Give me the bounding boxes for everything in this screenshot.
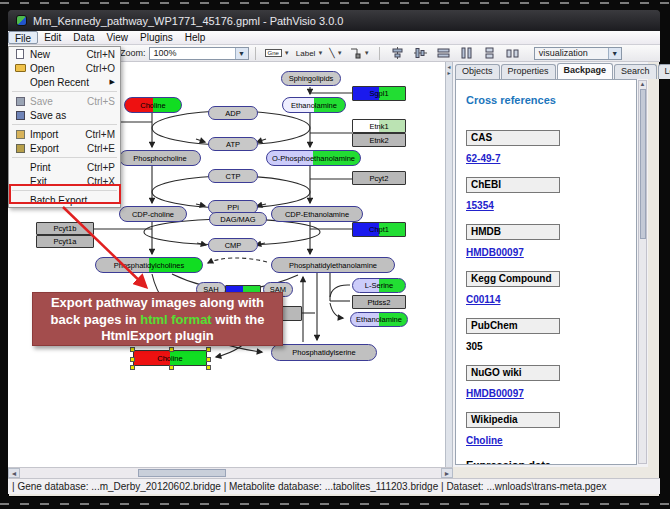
node-phosphatidylcholines[interactable]: Phosphatidylcholines: [95, 257, 203, 273]
menu-bar: FileEditDataViewPluginsHelp: [8, 31, 660, 45]
node-phosphocholine[interactable]: Phosphocholine: [119, 150, 201, 166]
node-ethanolamine-bottom[interactable]: Ethanolamine: [350, 312, 408, 327]
node-l-serine[interactable]: L-Serine: [352, 278, 406, 293]
crossref-link[interactable]: C00114: [466, 294, 636, 305]
menu-help[interactable]: Help: [179, 31, 212, 44]
crossref-link[interactable]: 62-49-7: [466, 153, 636, 164]
selection-handle[interactable]: [206, 365, 211, 370]
node-sphingolipids[interactable]: Sphingolipids: [281, 71, 341, 86]
panel-scrollbar-thumb[interactable]: [640, 89, 646, 239]
node-etnk2[interactable]: Etnk2: [352, 133, 406, 147]
backpage-panel: Cross references CAS62-49-7ChEBI15354HMD…: [455, 79, 637, 465]
node-ctp[interactable]: CTP: [208, 169, 258, 183]
shortcut-label: Ctrl+E: [87, 143, 115, 154]
tab-objects[interactable]: Objects: [455, 64, 500, 79]
node-etnk1[interactable]: Etnk1: [352, 119, 406, 133]
menu-view[interactable]: View: [100, 31, 134, 44]
visualization-combo[interactable]: visualization ▼: [534, 47, 622, 60]
canvas-hscrollbar[interactable]: ◄ ►: [8, 467, 453, 478]
connector-tool-button[interactable]: ▼: [346, 46, 373, 60]
menu-file[interactable]: File: [8, 31, 38, 44]
tab-backpage[interactable]: Backpage: [557, 63, 614, 80]
shortcut-label: Ctrl+M: [85, 129, 115, 140]
file-menu-item-print[interactable]: PrintCtrl+P: [9, 160, 120, 174]
node-adp[interactable]: ADP: [208, 106, 258, 120]
node-cdp-choline[interactable]: CDP-choline: [119, 206, 187, 222]
selection-handle[interactable]: [130, 357, 135, 362]
menu-edit[interactable]: Edit: [38, 31, 67, 44]
crossref-link[interactable]: 15354: [466, 200, 636, 211]
stack-vertical-icon[interactable]: [483, 47, 496, 59]
canvas-hscrollbar-thumb[interactable]: [138, 469, 226, 477]
crossref-entry-cas: CAS62-49-7: [466, 130, 636, 164]
crossref-link[interactable]: Choline: [466, 435, 636, 446]
visualization-value: visualization: [539, 48, 588, 58]
node-dag-mag[interactable]: DAG/MAG: [209, 212, 267, 226]
crossref-link[interactable]: HMDB00097: [466, 247, 636, 258]
shortcut-label: Ctrl+O: [86, 63, 115, 74]
node-cmp[interactable]: CMP: [208, 238, 258, 252]
gene-tool-icon: Gne: [265, 49, 282, 57]
file-menu-item-save-as[interactable]: Save as: [9, 108, 120, 122]
file-menu-item-export[interactable]: ExportCtrl+E: [9, 141, 120, 155]
node-phosphatidylethanolamine[interactable]: Phosphatidylethanolamine: [271, 257, 395, 273]
node-chpt1[interactable]: Chpt1: [352, 222, 406, 237]
crossref-db-header: CAS: [466, 130, 560, 146]
file-menu-item-import[interactable]: ImportCtrl+M: [9, 127, 120, 141]
menu-data[interactable]: Data: [67, 31, 100, 44]
node-atp[interactable]: ATP: [208, 137, 258, 151]
line-tool-icon: ╲: [329, 48, 334, 58]
tab-properties[interactable]: Properties: [501, 64, 556, 79]
scroll-right-icon[interactable]: ►: [441, 468, 453, 478]
node-sgpl1[interactable]: Sgpl1: [352, 86, 406, 101]
node-pcyt2[interactable]: Pcyt2: [352, 171, 406, 185]
line-tool-button[interactable]: ╲ ▼: [326, 47, 345, 59]
file-menu-item-new[interactable]: NewCtrl+N: [9, 47, 120, 61]
saveas-icon: [13, 111, 27, 120]
label-tool-text: Label: [296, 49, 316, 58]
node-ethanolamine-top[interactable]: Ethanolamine: [282, 97, 346, 113]
align-vertical-center-icon[interactable]: [391, 47, 404, 59]
gene-tool-button[interactable]: Gne ▼: [262, 48, 293, 58]
common-width-icon[interactable]: [460, 47, 473, 59]
crossref-entry-hmdb: HMDBHMDB00097: [466, 224, 636, 258]
app-icon: [16, 15, 27, 26]
chevron-down-icon[interactable]: ▼: [608, 48, 621, 59]
selection-handle[interactable]: [169, 347, 174, 352]
shortcut-label: Ctrl+P: [87, 162, 115, 173]
chevron-down-icon[interactable]: ▼: [235, 48, 248, 59]
align-horizontal-center-icon[interactable]: [414, 47, 427, 59]
panel-scrollbar[interactable]: ▲: [638, 80, 647, 464]
selection-handle[interactable]: [206, 357, 211, 362]
node-o-phosphoethanolamine[interactable]: O-Phosphoethanolamine: [266, 150, 361, 166]
crossref-link[interactable]: HMDB00097: [466, 388, 636, 399]
scroll-left-icon[interactable]: ◄: [8, 468, 20, 478]
file-menu-item-open-recent[interactable]: Open Recent▶: [9, 75, 120, 89]
selection-handle[interactable]: [130, 347, 135, 352]
selection-handle[interactable]: [169, 365, 174, 370]
selection-handle[interactable]: [206, 347, 211, 352]
stack-horizontal-icon[interactable]: [506, 47, 519, 59]
file-menu-item-open[interactable]: OpenCtrl+O: [9, 61, 120, 75]
toolbar-separator: [255, 47, 256, 60]
crossref-entry-wikipedia: WikipediaCholine: [466, 412, 636, 446]
label-tool-button[interactable]: Label ▼: [293, 48, 327, 59]
crossref-db-header: Kegg Compound: [466, 271, 560, 287]
file-menu-item-save[interactable]: SaveCtrl+S: [9, 94, 120, 108]
node-phosphatidylserine[interactable]: Phosphatidylserine: [271, 344, 377, 361]
zoom-combo[interactable]: 100% ▼: [149, 47, 249, 60]
menu-plugins[interactable]: Plugins: [134, 31, 179, 44]
node-pcyt1b[interactable]: Pcyt1b: [36, 222, 94, 235]
common-height-icon[interactable]: [437, 47, 450, 59]
tab-legend[interactable]: Legend: [658, 64, 670, 79]
node-pcyt1a[interactable]: Pcyt1a: [36, 235, 94, 248]
file-menu-item-label: Save: [30, 96, 87, 107]
panel-splitter[interactable]: ◄►: [445, 62, 453, 467]
file-menu-item-label: Import: [30, 129, 85, 140]
node-ptdss2[interactable]: Ptdss2: [352, 295, 406, 309]
selection-handle[interactable]: [130, 365, 135, 370]
node-cdp-ethanolamine[interactable]: CDP-Ethanolamine: [271, 206, 363, 222]
node-choline-selected[interactable]: Choline: [133, 350, 207, 366]
node-choline-top[interactable]: Choline: [124, 97, 182, 113]
tab-search[interactable]: Search: [614, 64, 657, 79]
